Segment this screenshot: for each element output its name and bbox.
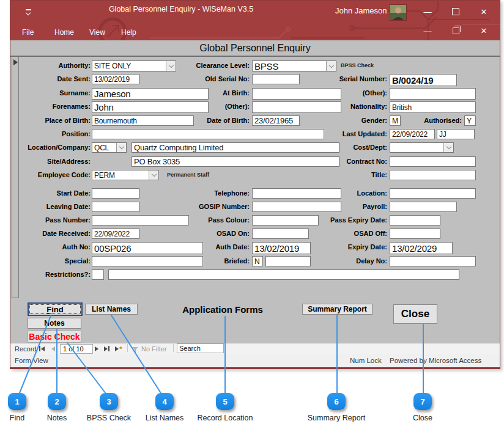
pass-number-label: Pass Number: (0, 216, 91, 224)
nationality-label: Nationality: (253, 103, 387, 110)
nationality-field[interactable]: British (390, 101, 476, 113)
cost-dept-combo[interactable] (390, 142, 454, 153)
employee-code-label: Employee Code: (0, 171, 91, 178)
last-updated-label: Last Updated: (253, 130, 387, 137)
callout-1-badge: 1 (8, 393, 26, 410)
gosip-number-label: GOSIP Number: (115, 203, 250, 210)
close-form-button[interactable]: Close (393, 304, 437, 324)
payroll-field[interactable] (390, 202, 457, 212)
record-position-box[interactable]: 1 of 10 (60, 344, 93, 354)
start-date-label: Start Date: (0, 189, 91, 197)
date-of-birth-label: Date of Birth: (115, 117, 250, 124)
navbar-separator (127, 344, 128, 352)
previous-record-icon[interactable] (49, 345, 57, 352)
callout-6-badge: 6 (327, 393, 346, 410)
clearance-level-dropdown-icon[interactable] (326, 61, 336, 71)
notes-button[interactable]: Notes (28, 318, 81, 329)
last-updated-field[interactable]: 22/09/2022 (390, 129, 435, 139)
osad-off-field[interactable] (390, 229, 440, 239)
pass-expiry-date-label: Pass Expiry Date: (253, 216, 387, 224)
serial-number-field[interactable]: B/0024/19 (390, 74, 457, 86)
bpss-check-note: BPSS Check (341, 62, 374, 68)
location-field[interactable] (390, 188, 476, 199)
record-label: Record: (15, 345, 39, 353)
cost-dept-dropdown-icon[interactable] (443, 143, 453, 152)
clearance-level-combo[interactable]: BPSS (252, 60, 336, 71)
view-mode-label: Form View (15, 357, 48, 364)
expiry-date-label: Expiry Date: (253, 243, 387, 251)
pass-colour-label: Pass Colour: (115, 216, 250, 224)
briefed-label: Briefed: (115, 257, 250, 265)
new-record-icon[interactable]: * (113, 345, 125, 352)
callout-6-label: Summary Report (294, 414, 379, 422)
pass-expiry-date-field[interactable] (390, 215, 440, 225)
basic-check-button[interactable]: Basic Check (28, 331, 81, 343)
authorised-field[interactable]: Y (464, 115, 476, 126)
summary-report-button[interactable]: Summary Report (302, 304, 372, 315)
date-sent-label: Date Sent: (0, 75, 91, 82)
callout-5-badge: 5 (216, 393, 234, 410)
cost-dept-label: Cost/Dept: (253, 144, 387, 151)
title-field-field[interactable] (390, 170, 476, 180)
company-name-value: Quartz Computing Limited (134, 143, 223, 152)
restrictions-flag-field[interactable] (92, 269, 104, 280)
first-record-icon[interactable] (37, 345, 46, 352)
expiry-date-value: 13/02/2029 (392, 243, 437, 254)
surname-label: Surname: (0, 89, 91, 97)
location-company-label: Location/Company: (0, 144, 91, 151)
old-serial-no-label: Old Serial No: (115, 75, 250, 82)
filter-icon (131, 345, 139, 352)
contract-no-field[interactable] (390, 156, 476, 167)
find-button[interactable]: Find (28, 302, 83, 316)
location-company-combo[interactable]: QCL (92, 142, 127, 153)
at-birth-label: At Birth: (115, 89, 250, 97)
restrictions-text-field[interactable] (108, 269, 459, 280)
num-lock-indicator: Num Lock (350, 357, 382, 364)
clearance-level-value: BPSS (254, 61, 278, 71)
contract-no-label: Contract No: (253, 158, 387, 165)
place-of-birth-label: Place of Birth: (0, 117, 91, 124)
search-input[interactable] (177, 343, 224, 353)
osad-off-label: OSAD Off: (253, 230, 387, 237)
payroll-label: Payroll: (253, 203, 387, 210)
restrictions-flag-label: Restrictions?: (0, 271, 91, 278)
last-updated-value: 22/09/2022 (392, 130, 428, 139)
next-record-icon[interactable] (92, 345, 101, 352)
clearance-level-label: Clearance Level: (115, 62, 250, 69)
osad-on-label: OSAD On: (115, 230, 250, 237)
employee-code-dropdown-icon[interactable] (149, 170, 158, 180)
nationality-value: British (392, 103, 412, 112)
auth-date-label: Auth Date: (115, 243, 250, 251)
other-1-field[interactable] (390, 88, 476, 100)
employee-code-value: PERM (94, 171, 115, 180)
callout-7-badge: 7 (413, 393, 432, 410)
authorised-value: Y (467, 117, 472, 125)
site-address-label: Site/Address: (0, 158, 91, 165)
auth-no-label: Auth No: (0, 243, 91, 251)
expiry-date-field[interactable]: 13/02/2029 (390, 242, 453, 254)
date-received-label: Date Received: (0, 230, 91, 237)
location-label: Location: (253, 189, 387, 197)
title-field-label: Title: (253, 171, 387, 178)
screenshot-root: Global Personnel Enquiry - WiSeMan V3.5 … (0, 0, 504, 432)
authorised-label: Authorised: (327, 117, 462, 124)
employee-code-combo[interactable]: PERM (92, 170, 159, 180)
telephone-label: Telephone: (115, 189, 250, 197)
last-updated-initials-field[interactable]: JJ (437, 129, 475, 139)
forenames-label: Forenames: (0, 103, 91, 110)
application-forms-label: Application Forms (161, 304, 284, 315)
no-filter-label[interactable]: No Filter (141, 345, 167, 353)
powered-by-label: Powered by Microsoft Access (390, 357, 481, 364)
callout-4-badge: 4 (155, 393, 174, 410)
serial-number-value: B/0024/19 (392, 75, 433, 86)
last-record-icon[interactable] (102, 345, 111, 352)
delay-no-field[interactable] (390, 256, 476, 266)
employee-code-desc: Permanent Staff (167, 172, 209, 178)
special-label: Special: (0, 257, 91, 265)
location-company-dropdown-icon[interactable] (116, 143, 126, 152)
other-2-label: (Other): (115, 103, 250, 110)
authority-label: Authority: (0, 62, 91, 69)
list-names-button[interactable]: List Names (85, 304, 138, 315)
callout-3-badge: 3 (100, 393, 118, 410)
position-label: Position: (0, 130, 91, 137)
